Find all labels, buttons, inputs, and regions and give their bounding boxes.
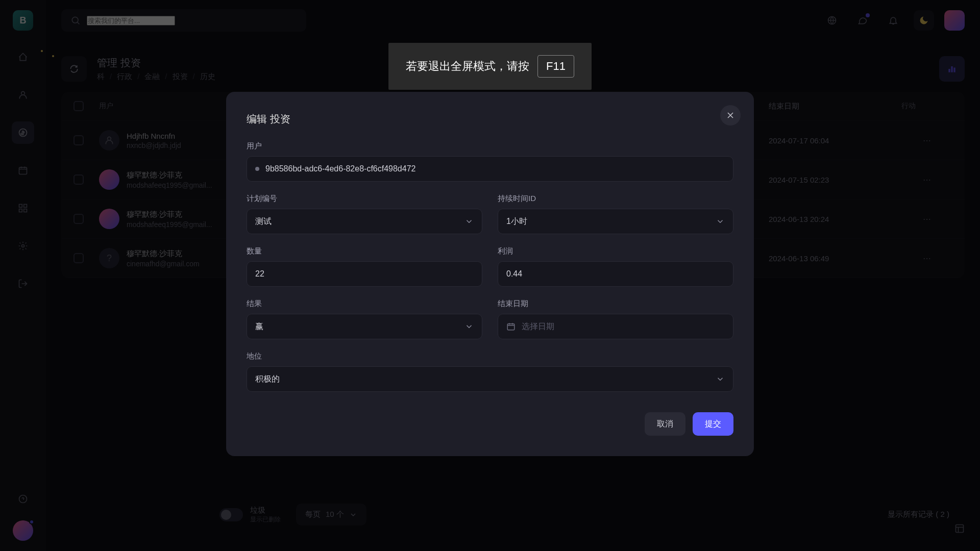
end-date-input[interactable] [498, 314, 733, 339]
modal-close-button[interactable] [720, 105, 741, 126]
chevron-down-icon [716, 374, 725, 384]
status-select[interactable]: 积极的 [247, 366, 733, 392]
result-label: 结果 [247, 299, 482, 309]
modal-title: 编辑 投资 [247, 112, 733, 126]
plan-label: 计划编号 [247, 194, 482, 204]
duration-label: 持续时间ID [498, 194, 733, 204]
chevron-down-icon [716, 217, 725, 226]
edit-investment-modal: 编辑 投资 用户 9b8586bd-adc6-4ed6-82e8-cf6cf49… [226, 92, 754, 456]
profit-input[interactable] [498, 261, 733, 287]
user-field[interactable]: 9b8586bd-adc6-4ed6-82e8-cf6cf498d472 [247, 156, 733, 182]
submit-button[interactable]: 提交 [693, 412, 733, 436]
chevron-down-icon [464, 217, 474, 226]
status-label: 地位 [247, 352, 733, 361]
fullscreen-hint: 若要退出全屏模式，请按 F11 [388, 43, 592, 90]
f11-key: F11 [537, 55, 574, 78]
cancel-button[interactable]: 取消 [645, 412, 685, 436]
close-icon [725, 110, 736, 120]
calendar-icon [506, 322, 516, 331]
user-label: 用户 [247, 141, 733, 151]
amount-input[interactable] [247, 261, 482, 287]
plan-select[interactable]: 测试 [247, 209, 482, 234]
result-select[interactable]: 赢 [247, 314, 482, 339]
profit-label: 利润 [498, 246, 733, 256]
amount-label: 数量 [247, 246, 482, 256]
end-date-label: 结束日期 [498, 299, 733, 309]
chevron-down-icon [464, 322, 474, 331]
duration-select[interactable]: 1小时 [498, 209, 733, 234]
svg-rect-16 [507, 324, 514, 330]
